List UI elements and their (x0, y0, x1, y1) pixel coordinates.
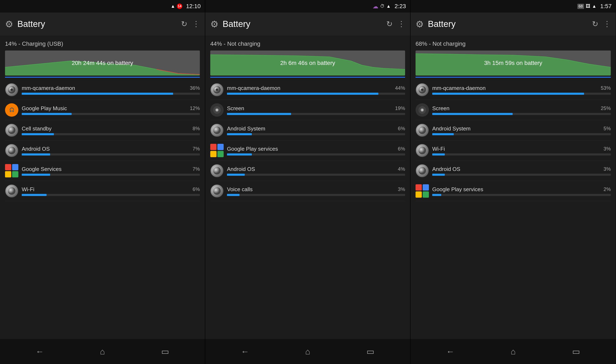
usage-item: mm-qcamera-daemon 53% (416, 80, 611, 100)
usage-name: Screen (432, 105, 449, 112)
app-icon-mm1 (5, 83, 18, 96)
usage-info: Android System 6% (227, 125, 405, 135)
app-icon-screen3 (416, 103, 429, 117)
usage-name: mm-qcamera-daemon (22, 85, 75, 91)
usage-bar-track (227, 93, 405, 95)
app-icon-screen2 (210, 103, 224, 117)
usage-name: Cell standby (22, 125, 52, 132)
usage-name: mm-qcamera-daemon (432, 85, 486, 91)
app-icon-aos2 (210, 164, 224, 177)
recent-button-3[interactable]: ▭ (568, 343, 584, 360)
svg-rect-34 (416, 184, 422, 191)
svg-point-2 (11, 89, 13, 91)
home-button-3[interactable]: ⌂ (505, 343, 522, 360)
usage-item: mm-qcamera-daemon 44% (210, 80, 405, 100)
usage-bar-track (227, 174, 405, 176)
usage-name-row: mm-qcamera-daemon 44% (227, 85, 405, 91)
nav-bar-3: ← ⌂ ▭ (410, 339, 616, 364)
app-icon-cell1 (5, 124, 18, 137)
svg-point-30 (421, 109, 423, 111)
usage-list-2: mm-qcamera-daemon 44% Screen 19% (210, 80, 405, 334)
usage-info: mm-qcamera-daemon 53% (432, 85, 611, 95)
usage-info: Screen 19% (227, 105, 405, 115)
usage-info: Google Play services 2% (432, 186, 611, 196)
back-button-1[interactable]: ← (31, 343, 48, 360)
usage-info: mm-qcamera-daemon 36% (22, 85, 200, 95)
app-icon-voice2 (210, 184, 224, 198)
usage-item: Android System 6% (210, 120, 405, 141)
usage-pct: 6% (393, 146, 405, 152)
usage-name-row: Google Play services 2% (432, 186, 611, 193)
page-title-2: Battery (223, 19, 382, 29)
usage-bar-fill (432, 93, 584, 95)
svg-point-31 (419, 127, 426, 134)
svg-rect-20 (217, 144, 224, 150)
usage-name-row: Android OS 7% (22, 146, 200, 152)
usage-info: Google Play services 6% (227, 146, 405, 156)
usage-bar-track (227, 133, 405, 135)
menu-button-2[interactable]: ⋮ (398, 20, 405, 28)
menu-button-1[interactable]: ⋮ (192, 20, 200, 28)
home-button-1[interactable]: ⌂ (94, 343, 111, 360)
usage-pct: 3% (393, 186, 405, 192)
usage-pct: 3% (598, 146, 611, 152)
home-button-2[interactable]: ⌂ (299, 343, 316, 360)
usage-bar-track (432, 153, 611, 156)
app-icon-wifi3 (416, 144, 429, 157)
status-icons-1: ▲ 14 12:10 (170, 3, 201, 10)
usage-bar-track (432, 133, 611, 135)
usage-item: Voice calls 3% (210, 181, 405, 201)
recent-button-2[interactable]: ▭ (362, 343, 379, 360)
usage-info: Wi-Fi 6% (22, 186, 200, 196)
page-title-1: Battery (17, 19, 177, 29)
usage-item: Cell standby 8% (5, 120, 200, 141)
menu-button-3[interactable]: ⋮ (603, 20, 611, 28)
usage-name-row: Android OS 4% (227, 166, 405, 172)
usage-bar-track (22, 113, 200, 115)
nav-bar-2: ← ⌂ ▭ (205, 339, 410, 364)
recent-button-1[interactable]: ▭ (157, 343, 173, 360)
usage-bar-fill (22, 153, 50, 156)
svg-rect-35 (423, 184, 429, 191)
usage-name: Android OS (22, 146, 50, 152)
gear-icon-1: ⚙ (5, 19, 13, 29)
usage-bar-fill (227, 113, 291, 115)
usage-name: Screen (227, 105, 244, 112)
battery-chart-1: 20h 24m 44s on battery (5, 51, 200, 76)
usage-pct: 44% (393, 85, 405, 91)
usage-info: mm-qcamera-daemon 44% (227, 85, 405, 95)
back-button-3[interactable]: ← (442, 343, 459, 360)
chart-divider-3 (416, 77, 611, 78)
usage-item: Screen 25% (416, 100, 611, 120)
refresh-button-2[interactable]: ↻ (386, 20, 393, 28)
usage-name: Android System (432, 125, 471, 132)
svg-rect-8 (12, 164, 18, 170)
usage-name: Voice calls (227, 186, 253, 193)
svg-point-18 (213, 127, 221, 134)
usage-bar-track (22, 153, 200, 156)
usage-name-row: Wi-Fi 3% (432, 146, 611, 152)
usage-bar-fill (432, 153, 445, 156)
svg-point-24 (213, 187, 221, 195)
clock-icon: ⏱ (380, 3, 385, 9)
usage-item: mm-qcamera-daemon 36% (5, 80, 200, 100)
usage-pct: 53% (598, 85, 611, 91)
usage-name-row: Google Services 7% (22, 166, 200, 172)
status-bar-3: 68 🖼 ▲ 1:57 (410, 0, 616, 13)
usage-item: Google Play services 6% (210, 141, 405, 161)
notification-badge: 14 (177, 3, 182, 9)
refresh-button-3[interactable]: ↻ (592, 20, 598, 28)
nav-bar-1: ← ⌂ ▭ (0, 339, 205, 364)
back-button-2[interactable]: ← (236, 343, 253, 360)
usage-info: Google Play Music 12% (22, 105, 200, 115)
refresh-button-1[interactable]: ↻ (181, 20, 187, 28)
time-display-1: 12:10 (186, 3, 201, 10)
header-actions-2: ↻ ⋮ (386, 20, 405, 28)
chart-label-2: 2h 6m 46s on battery (280, 60, 335, 66)
usage-item: Android System 5% (416, 120, 611, 141)
usage-pct: 4% (393, 166, 405, 172)
image-icon: 🖼 (586, 3, 590, 9)
usage-info: Screen 25% (432, 105, 611, 115)
usage-name: Google Services (22, 166, 62, 172)
svg-rect-10 (12, 171, 18, 177)
